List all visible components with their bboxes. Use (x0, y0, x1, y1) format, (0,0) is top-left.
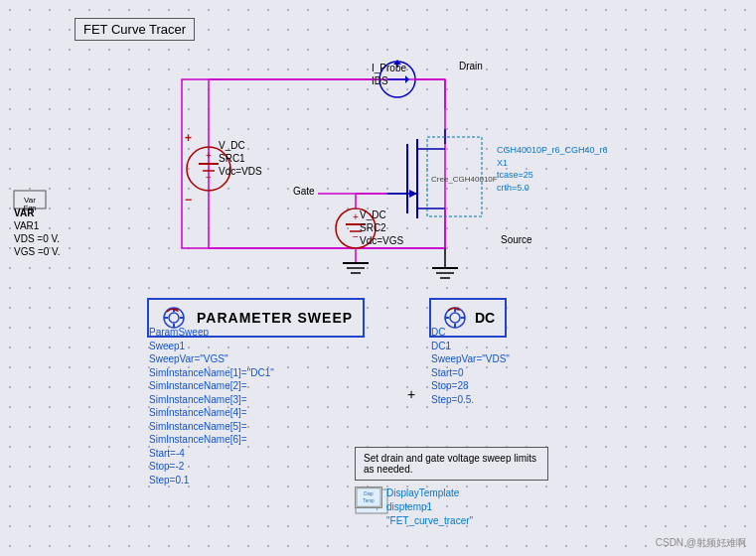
param-sweep-label: PARAMETER SWEEP (197, 310, 353, 326)
cree-label: Cree_CGH40010F (431, 175, 498, 185)
transistor-label: CGH40010F_r6_CGH40_r6 X1 tcase=25 crth=5… (497, 144, 608, 194)
drain-label: Drain (459, 60, 483, 72)
disp-template-info: DisplayTemplate disptemp1 "FET_curve_tra… (386, 486, 473, 528)
svg-point-60 (450, 313, 460, 323)
source-label: Source (501, 233, 532, 246)
title-text: FET Curve Tracer (83, 22, 186, 37)
disp-temp-icon: Disp Temp (355, 486, 382, 508)
src2-label: V_DC SRC2 Vdc=VGS (360, 208, 403, 247)
display-template: Disp Temp DisplayTemplate disptemp1 "FET… (355, 486, 473, 528)
iprobe-label: I_Probe IDS (372, 62, 406, 87)
note-text: Set drain and gate voltage sweep limits … (364, 453, 536, 475)
dc-sweep-details: DC DC1 SweepVar="VDS" Start=0 Stop=28 St… (431, 326, 510, 406)
gate-label: Gate (293, 185, 315, 198)
note-box: Set drain and gate voltage sweep limits … (355, 447, 548, 481)
svg-text:Disp: Disp (364, 491, 374, 496)
title-box: FET Curve Tracer (75, 18, 195, 41)
param-sweep-details: ParamSweep Sweep1 SweepVar="VGS" SimInst… (149, 326, 274, 486)
dc-label: DC (475, 310, 495, 326)
watermark: CSDN @射频好难啊 (656, 536, 746, 550)
src1-label: V_DC SRC1 Vdc=VDS (219, 139, 262, 178)
var-block: VAR VAR1 VDS =0 V. VGS =0 V. (14, 207, 61, 258)
svg-text:Temp: Temp (363, 498, 375, 503)
svg-point-53 (169, 313, 179, 323)
